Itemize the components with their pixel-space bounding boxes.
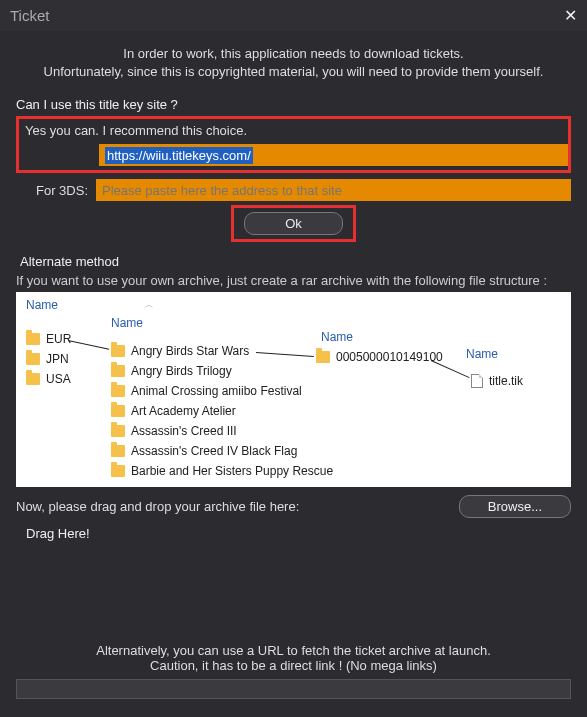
wiiu-row: https://wiiu.titlekeys.com/	[19, 144, 568, 166]
tik-label: title.tik	[489, 374, 523, 388]
intro-text: In order to work, this application needs…	[16, 45, 571, 81]
bottom-line-2: Caution, it has to be a direct link ! (N…	[16, 658, 571, 673]
title-label: Barbie and Her Sisters Puppy Rescue	[131, 464, 333, 478]
title-label: Assassin's Creed III	[131, 424, 237, 438]
title-folder[interactable]: Barbie and Her Sisters Puppy Rescue	[111, 464, 333, 478]
window-title: Ticket	[10, 7, 49, 24]
name-header-2: Name	[111, 316, 143, 330]
title-folder[interactable]: Angry Birds Trilogy	[111, 364, 232, 378]
titlekey-question: Can I use this title key site ?	[16, 97, 571, 112]
recommend-text: Yes you can. I recommend this choice.	[19, 119, 568, 140]
folder-icon	[26, 353, 40, 365]
folder-icon	[316, 351, 330, 363]
name-header-3: Name	[321, 330, 353, 344]
title-folder[interactable]: Assassin's Creed IV Black Flag	[111, 444, 297, 458]
folder-icon	[111, 385, 125, 397]
ok-highlight-box: Ok	[231, 205, 356, 242]
url-input[interactable]	[16, 679, 571, 699]
file-icon	[471, 374, 483, 388]
titleid-label: 0005000010149100	[336, 350, 443, 364]
wiiu-url-input[interactable]: https://wiiu.titlekeys.com/	[99, 144, 568, 166]
drag-row: Now, please drag and drop your archive f…	[16, 495, 571, 518]
titlebar: Ticket ✕	[0, 0, 587, 31]
sort-chevron-icon: ︿	[144, 298, 154, 312]
drag-drop-area[interactable]: Drag Here!	[16, 518, 571, 601]
content-area: In order to work, this application needs…	[0, 31, 587, 609]
connector-line	[431, 360, 470, 378]
title-label: Angry Birds Star Wars	[131, 344, 249, 358]
title-folder[interactable]: Angry Birds Star Wars	[111, 344, 249, 358]
alternate-method-heading: Alternate method	[20, 254, 567, 269]
title-folder[interactable]: Animal Crossing amiibo Festival	[111, 384, 302, 398]
region-folder[interactable]: USA	[26, 372, 71, 386]
title-label: Art Academy Atelier	[131, 404, 236, 418]
folder-icon	[111, 405, 125, 417]
browse-button[interactable]: Browse...	[459, 495, 571, 518]
folder-icon	[26, 373, 40, 385]
folder-icon	[111, 465, 125, 477]
region-folder[interactable]: EUR	[26, 332, 71, 346]
bottom-line-1: Alternatively, you can use a URL to fetc…	[16, 643, 571, 658]
drag-label: Now, please drag and drop your archive f…	[16, 499, 299, 514]
titleid-folder[interactable]: 0005000010149100	[316, 350, 443, 364]
for3ds-label: For 3DS:	[16, 183, 96, 198]
for3ds-row: For 3DS:	[16, 179, 571, 201]
connector-line	[68, 340, 109, 350]
title-label: Assassin's Creed IV Black Flag	[131, 444, 297, 458]
title-folder[interactable]: Assassin's Creed III	[111, 424, 237, 438]
region-folder[interactable]: JPN	[26, 352, 69, 366]
tik-file[interactable]: title.tik	[471, 374, 523, 388]
bottom-section: Alternatively, you can use a URL to fetc…	[16, 643, 571, 699]
folder-icon	[111, 345, 125, 357]
title-label: Angry Birds Trilogy	[131, 364, 232, 378]
name-header-1: Name	[26, 298, 58, 312]
folder-icon	[111, 365, 125, 377]
title-folder[interactable]: Art Academy Atelier	[111, 404, 236, 418]
intro-line-2: Unfortunately, since this is copyrighted…	[16, 63, 571, 81]
name-header-4: Name	[466, 347, 498, 361]
alternate-method-desc: If you want to use your own archive, jus…	[16, 273, 571, 288]
intro-line-1: In order to work, this application needs…	[16, 45, 571, 63]
title-label: Animal Crossing amiibo Festival	[131, 384, 302, 398]
folder-icon	[111, 445, 125, 457]
folder-icon	[26, 333, 40, 345]
titlekey-highlight-box: Yes you can. I recommend this choice. ht…	[16, 116, 571, 173]
file-structure-panel: Name ︿ Name Name Name EUR JPN USA Angry …	[16, 292, 571, 487]
wiiu-url-value: https://wiiu.titlekeys.com/	[105, 147, 253, 164]
region-label: JPN	[46, 352, 69, 366]
for3ds-url-input[interactable]	[96, 179, 571, 201]
ok-area: Ok	[16, 205, 571, 242]
close-icon[interactable]: ✕	[564, 6, 577, 25]
region-label: USA	[46, 372, 71, 386]
folder-icon	[111, 425, 125, 437]
ok-button[interactable]: Ok	[244, 212, 343, 235]
connector-line	[256, 352, 314, 357]
